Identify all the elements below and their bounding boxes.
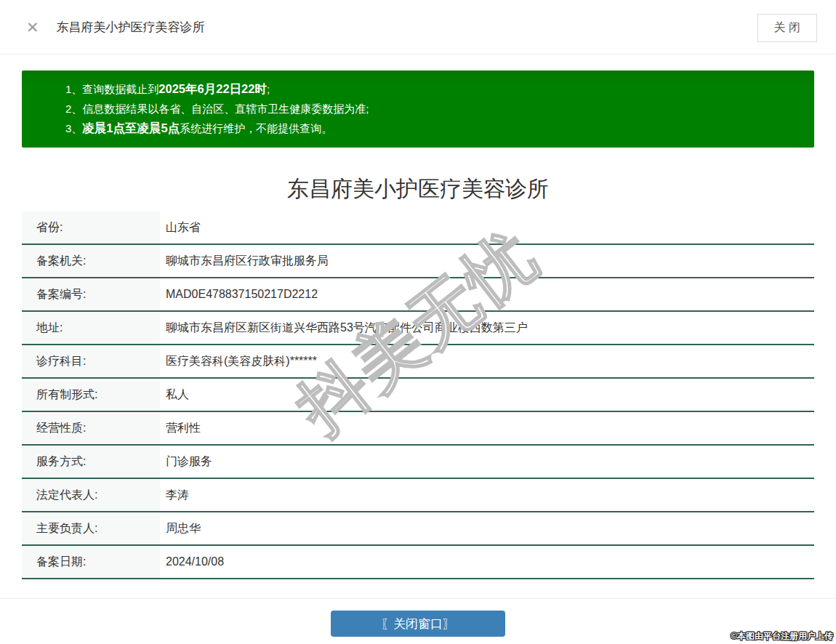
table-row: 备案编号: MAD0E478837150217D2212 (22, 278, 814, 312)
table-row: 省份: 山东省 (22, 212, 814, 245)
notice-text: ; (267, 83, 270, 95)
notice-bold-text: 凌晨1点至凌晨5点 (82, 121, 180, 134)
table-row: 诊疗科目: 医疗美容科(美容皮肤科)****** (22, 345, 814, 379)
row-label: 备案日期: (22, 546, 160, 578)
row-label: 诊疗科目: (22, 345, 160, 377)
notice-banner: 1、查询数据截止到2025年6月22日22时; 2、信息数据结果以各省、自治区、… (22, 71, 814, 148)
button-row: 〖关闭窗口〗 (0, 611, 836, 637)
row-value: 营利性 (160, 412, 814, 444)
notice-line: 3、凌晨1点至凌晨5点系统进行维护，不能提供查询。 (65, 118, 800, 138)
row-value: 2024/10/08 (160, 546, 814, 578)
row-value: 门诊服务 (160, 446, 814, 478)
row-value: 山东省 (160, 212, 814, 243)
close-window-button[interactable]: 〖关闭窗口〗 (331, 611, 505, 637)
row-value: 周忠华 (160, 512, 814, 544)
bottom-divider (0, 598, 836, 599)
row-label: 法定代表人: (22, 479, 160, 511)
notice-text: 2、信息数据结果以各省、自治区、直辖市卫生健康委数据为准; (65, 102, 369, 115)
table-row: 服务方式: 门诊服务 (22, 446, 814, 479)
notice-line: 1、查询数据截止到2025年6月22日22时; (65, 79, 800, 99)
table-row: 经营性质: 营利性 (22, 412, 814, 446)
row-value: 私人 (160, 379, 814, 411)
notice-bold-text: 2025年6月22日22时 (158, 82, 267, 95)
top-bar: ✕ 东昌府美小护医疗美容诊所 关 闭 (0, 0, 836, 55)
row-label: 省份: (22, 212, 160, 243)
row-value: 医疗美容科(美容皮肤科)****** (160, 345, 814, 377)
row-label: 备案编号: (22, 278, 160, 310)
row-label: 主要负责人: (22, 512, 160, 544)
row-label: 服务方式: (22, 446, 160, 478)
row-label: 地址: (22, 312, 160, 344)
table-row: 备案机关: 聊城市东昌府区行政审批服务局 (22, 245, 814, 278)
table-row: 所有制形式: 私人 (22, 379, 814, 412)
row-label: 所有制形式: (22, 379, 160, 411)
row-label: 备案机关: (22, 245, 160, 277)
info-table: 省份: 山东省 备案机关: 聊城市东昌府区行政审批服务局 备案编号: MAD0E… (22, 212, 814, 579)
page-title: 东昌府美小护医疗美容诊所 (0, 174, 836, 204)
row-value: 聊城市东昌府区行政审批服务局 (160, 245, 814, 277)
row-value: MAD0E478837150217D2212 (160, 278, 814, 310)
page: ✕ 东昌府美小护医疗美容诊所 关 闭 1、查询数据截止到2025年6月22日22… (0, 0, 836, 644)
table-row: 法定代表人: 李涛 (22, 479, 814, 512)
row-label: 经营性质: (22, 412, 160, 444)
table-row: 备案日期: 2024/10/08 (22, 546, 814, 579)
close-x-icon[interactable]: ✕ (26, 20, 39, 35)
table-row: 地址: 聊城市东昌府区新区街道兴华西路53号汽车配件公司商业楼西数第三户 (22, 312, 814, 345)
table-row: 主要负责人: 周忠华 (22, 512, 814, 546)
notice-text: 系统进行维护，不能提供查询。 (180, 122, 332, 134)
window-title: 东昌府美小护医疗美容诊所 (57, 19, 205, 36)
close-button[interactable]: 关 闭 (757, 14, 817, 42)
notice-text: 3、 (65, 122, 82, 134)
notice-text: 1、查询数据截止到 (65, 83, 158, 95)
row-value: 李涛 (160, 479, 814, 511)
notice-line: 2、信息数据结果以各省、自治区、直辖市卫生健康委数据为准; (65, 99, 800, 118)
row-value: 聊城市东昌府区新区街道兴华西路53号汽车配件公司商业楼西数第三户 (160, 312, 814, 344)
